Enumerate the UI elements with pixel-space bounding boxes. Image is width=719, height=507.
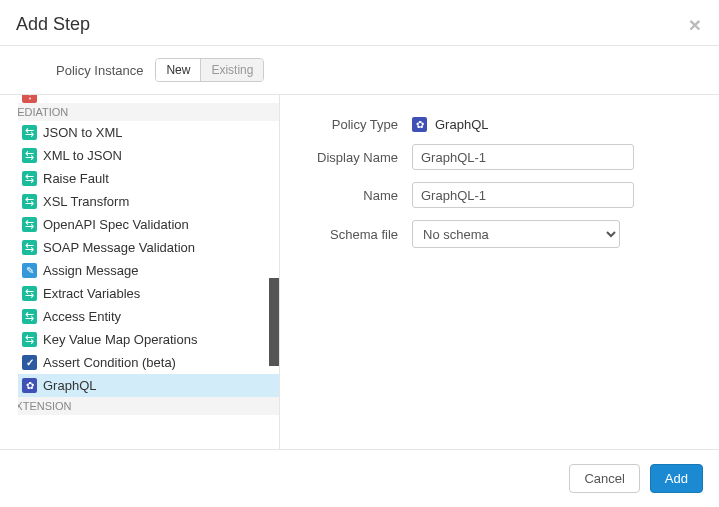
sidebar-item-xml-to-json[interactable]: XML to JSON	[18, 144, 279, 167]
assign-icon	[22, 263, 37, 278]
policy-type-value: GraphQL	[412, 117, 488, 132]
transform-icon	[22, 194, 37, 209]
entity-icon	[22, 309, 37, 324]
extract-icon	[22, 286, 37, 301]
transform-icon	[22, 148, 37, 163]
section-header-mediation: MEDIATION	[18, 103, 279, 121]
display-name-input[interactable]	[412, 144, 634, 170]
sidebar-item-openapi-spec-validation[interactable]: OpenAPI Spec Validation	[18, 213, 279, 236]
policy-list-sidebar: MEDIATION JSON to XML XML to JSON Raise …	[0, 95, 280, 449]
transform-icon	[22, 125, 37, 140]
modal-header: Add Step ×	[0, 0, 719, 46]
graphql-icon	[22, 378, 37, 393]
add-step-modal: Add Step × Policy Instance New Existing …	[0, 0, 719, 507]
policy-type-text: GraphQL	[435, 117, 488, 132]
tab-new[interactable]: New	[156, 59, 201, 81]
list-item-label: Access Entity	[43, 308, 121, 325]
list-item-label: Assign Message	[43, 262, 138, 279]
graphql-icon	[412, 117, 427, 132]
sidebar-item-graphql[interactable]: GraphQL	[18, 374, 279, 397]
modal-body: MEDIATION JSON to XML XML to JSON Raise …	[0, 94, 719, 450]
schema-file-select[interactable]: No schema	[412, 220, 620, 248]
policy-type-label: Policy Type	[304, 117, 412, 132]
policy-icon	[22, 95, 37, 103]
policy-instance-tabs: Policy Instance New Existing	[0, 46, 719, 94]
mediation-list: JSON to XML XML to JSON Raise Fault XSL …	[18, 121, 279, 397]
list-item-label: Extract Variables	[43, 285, 140, 302]
display-name-label: Display Name	[304, 150, 412, 165]
section-header-extension: EXTENSION	[18, 397, 279, 415]
list-item-label: GraphQL	[43, 377, 96, 394]
list-item-label: Assert Condition (beta)	[43, 354, 176, 371]
row-schema-file: Schema file No schema	[304, 220, 695, 248]
sidebar-item-assert-condition[interactable]: Assert Condition (beta)	[18, 351, 279, 374]
kvm-icon	[22, 332, 37, 347]
row-name: Name	[304, 182, 695, 208]
list-item-label: SOAP Message Validation	[43, 239, 195, 256]
add-button[interactable]: Add	[650, 464, 703, 493]
list-item-label: XSL Transform	[43, 193, 129, 210]
tab-existing[interactable]: Existing	[201, 59, 263, 81]
sidebar-scrollbar[interactable]	[269, 278, 279, 366]
list-item-label: OpenAPI Spec Validation	[43, 216, 189, 233]
new-existing-segment: New Existing	[155, 58, 264, 82]
name-label: Name	[304, 188, 412, 203]
sidebar-item-key-value-map-operations[interactable]: Key Value Map Operations	[18, 328, 279, 351]
name-input[interactable]	[412, 182, 634, 208]
sidebar-item-json-to-xml[interactable]: JSON to XML	[18, 121, 279, 144]
policy-instance-label: Policy Instance	[56, 63, 143, 78]
list-item-label: Raise Fault	[43, 170, 109, 187]
sidebar-item-raise-fault[interactable]: Raise Fault	[18, 167, 279, 190]
policy-detail-panel: Policy Type GraphQL Display Name Name	[280, 95, 719, 449]
row-display-name: Display Name	[304, 144, 695, 170]
sidebar-item-assign-message[interactable]: Assign Message	[18, 259, 279, 282]
cancel-button[interactable]: Cancel	[569, 464, 639, 493]
assert-icon	[22, 355, 37, 370]
modal-title: Add Step	[16, 14, 90, 35]
schema-file-label: Schema file	[304, 227, 412, 242]
close-icon[interactable]: ×	[689, 14, 701, 35]
policy-list-scroll[interactable]: MEDIATION JSON to XML XML to JSON Raise …	[18, 95, 279, 449]
sidebar-item-access-entity[interactable]: Access Entity	[18, 305, 279, 328]
modal-footer: Cancel Add	[0, 450, 719, 507]
fault-icon	[22, 171, 37, 186]
list-item-label: JSON to XML	[43, 124, 122, 141]
row-policy-type: Policy Type GraphQL	[304, 117, 695, 132]
list-item-label: Key Value Map Operations	[43, 331, 197, 348]
sidebar-item-extract-variables[interactable]: Extract Variables	[18, 282, 279, 305]
sidebar-item-soap-message-validation[interactable]: SOAP Message Validation	[18, 236, 279, 259]
validation-icon	[22, 217, 37, 232]
list-item-label: XML to JSON	[43, 147, 122, 164]
validation-icon	[22, 240, 37, 255]
sidebar-item-xsl-transform[interactable]: XSL Transform	[18, 190, 279, 213]
list-item-cutoff[interactable]	[18, 95, 279, 103]
